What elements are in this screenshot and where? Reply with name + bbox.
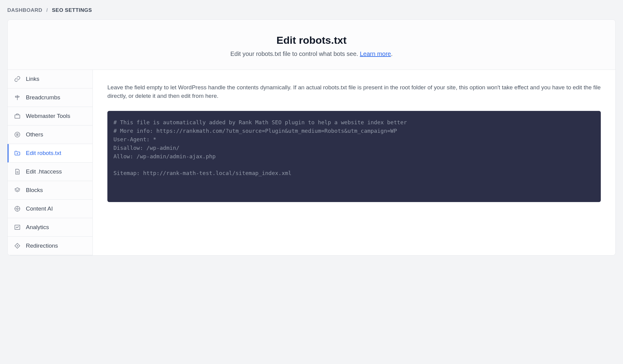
subtitle-text: Edit your robots.txt file to control wha… [230, 50, 360, 57]
svg-marker-8 [15, 188, 20, 191]
sidebar-item-links[interactable]: Links [8, 70, 92, 88]
breadcrumb-current: SEO SETTINGS [52, 7, 92, 13]
sidebar-item-others[interactable]: Others [8, 125, 92, 144]
settings-sidebar: Links Breadcrumbs Webmaster Tools Others [8, 70, 93, 255]
helper-text: Leave the field empty to let WordPress h… [107, 83, 601, 100]
sidebar-item-edit-robots[interactable]: Edit robots.txt [8, 144, 92, 163]
learn-more-link[interactable]: Learn more [360, 50, 391, 57]
signpost-icon [14, 94, 21, 101]
briefcase-icon [14, 112, 21, 120]
breadcrumb-root-link[interactable]: DASHBOARD [7, 7, 42, 13]
sidebar-item-label: Others [26, 131, 43, 138]
list-icon [14, 131, 21, 138]
sidebar-item-label: Links [26, 76, 39, 82]
sidebar-item-content-ai[interactable]: Content AI [8, 200, 92, 218]
sidebar-item-breadcrumbs[interactable]: Breadcrumbs [8, 88, 92, 107]
sidebar-item-label: Breadcrumbs [26, 94, 60, 101]
subtitle-text-after: . [391, 50, 393, 57]
sidebar-item-label: Blocks [26, 187, 43, 194]
sidebar-item-label: Analytics [26, 224, 49, 231]
sidebar-item-label: Webmaster Tools [26, 113, 70, 119]
sidebar-item-webmaster-tools[interactable]: Webmaster Tools [8, 107, 92, 125]
sidebar-item-edit-htaccess[interactable]: Edit .htaccess [8, 163, 92, 181]
breadcrumb: DASHBOARD / SEO SETTINGS [0, 0, 623, 17]
sidebar-item-analytics[interactable]: Analytics [8, 218, 92, 237]
folder-icon [14, 149, 21, 157]
link-icon [14, 75, 21, 83]
settings-panel: Edit robots.txt Edit your robots.txt fil… [7, 19, 616, 256]
robots-txt-editor[interactable]: # This file is automatically added by Ra… [107, 111, 601, 202]
sidebar-item-label: Content AI [26, 205, 53, 212]
page-title: Edit robots.txt [22, 34, 601, 46]
sidebar-item-blocks[interactable]: Blocks [8, 181, 92, 200]
svg-marker-12 [15, 243, 20, 249]
chart-icon [14, 224, 21, 231]
svg-point-5 [17, 153, 18, 154]
breadcrumb-separator: / [46, 7, 48, 13]
file-text-icon [14, 168, 21, 175]
svg-rect-0 [15, 115, 20, 118]
sidebar-item-label: Edit robots.txt [26, 150, 61, 156]
ai-icon [14, 205, 21, 212]
panel-body: Links Breadcrumbs Webmaster Tools Others [8, 70, 615, 255]
sidebar-item-label: Edit .htaccess [26, 168, 62, 175]
main-content: Leave the field empty to let WordPress h… [93, 70, 615, 255]
sidebar-item-redirections[interactable]: Redirections [8, 237, 92, 255]
svg-point-10 [16, 208, 18, 210]
page-subtitle: Edit your robots.txt file to control wha… [22, 50, 601, 57]
redirect-icon [14, 242, 21, 249]
panel-header: Edit robots.txt Edit your robots.txt fil… [8, 20, 615, 70]
layers-icon [14, 187, 21, 194]
sidebar-item-label: Redirections [26, 242, 58, 249]
